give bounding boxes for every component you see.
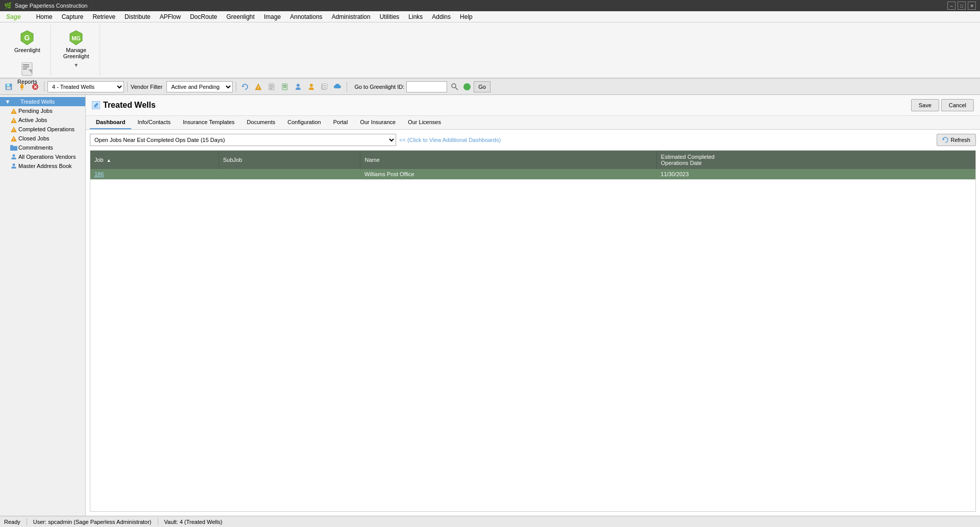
menu-help[interactable]: Help [456,12,477,21]
job-link[interactable]: 186 [94,171,104,177]
sidebar-item-pending-jobs[interactable]: ! Pending Jobs [0,106,85,115]
content-panel: Treated Wells Save Cancel Dashboard Info… [86,95,980,516]
edit-pencil-icon [92,101,100,109]
svg-rect-31 [324,87,326,87]
ribbon-manage-greenlight-button[interactable]: MG ManageGreenlight [59,28,93,61]
titlebar-controls[interactable]: – □ ✕ [947,2,976,10]
toolbar-separator-2 [127,82,128,92]
warning-active-icon: ! [10,116,17,124]
warning-pending-icon: ! [10,107,17,114]
content-tabs: Dashboard Info/Contacts Insurance Templa… [86,116,980,130]
minimize-button[interactable]: – [947,2,955,10]
tab-documents[interactable]: Documents [241,116,282,129]
restore-button[interactable]: □ [958,2,966,10]
sage-logo-small: 🌿 [4,2,12,9]
svg-point-12 [21,88,23,90]
menu-addins[interactable]: Addins [428,12,455,21]
content-header: Treated Wells Save Cancel [86,95,980,116]
menu-administration[interactable]: Administration [328,12,375,21]
tab-dashboard[interactable]: Dashboard [90,116,131,129]
dashboard-table-container: Job ▲ SubJob Name Estimated CompletedOpe… [90,150,976,512]
bell-button[interactable] [16,81,28,92]
close-button[interactable]: ✕ [968,2,976,10]
table-body: 186 Williams Post Office 11/30/2023 [90,169,975,180]
cloud-icon-button[interactable] [332,81,344,92]
toolbar: ✕ 4 - Treated Wells Vendor Filter Active… [0,79,980,95]
doc1-icon-button[interactable] [266,81,277,92]
sidebar-pending-jobs-label: Pending Jobs [18,108,53,114]
sidebar-item-master-address-book[interactable]: Master Address Book [0,161,85,171]
tab-configuration[interactable]: Configuration [281,116,327,129]
cell-est-completed: 11/30/2023 [656,169,975,180]
go-button[interactable]: Go [474,81,491,92]
col-name[interactable]: Name [360,151,656,169]
svg-text:!: ! [13,110,14,113]
status-indicator [463,83,471,90]
refresh-icon-button[interactable] [239,81,251,92]
menu-image[interactable]: Image [260,12,285,21]
sidebar-item-active-jobs[interactable]: ! Active Jobs [0,115,85,125]
menu-distribute[interactable]: Distribute [120,12,155,21]
svg-text:✕: ✕ [33,84,37,90]
svg-rect-5 [23,68,27,69]
person2-icon-button[interactable] [306,81,317,92]
tab-insurance-templates[interactable]: Insurance Templates [177,116,240,129]
doc3-icon-button[interactable] [319,81,330,92]
tab-portal[interactable]: Portal [327,116,354,129]
col-subjob[interactable]: SubJob [218,151,360,169]
sidebar-item-commitments[interactable]: Commitments [0,143,85,152]
sidebar-item-treated-wells[interactable]: ▼ Treated Wells [0,97,85,106]
svg-text:!: ! [13,137,14,141]
save-toolbar-button[interactable] [3,81,14,92]
tab-info-contacts[interactable]: Info/Contacts [131,116,177,129]
additional-dashboards-link[interactable]: << (Click to View Additional Dashboards) [399,137,501,143]
person1-icon-button[interactable] [292,81,304,92]
tab-our-licenses[interactable]: Our Licenses [402,116,447,129]
search-icon-button[interactable] [449,81,460,92]
sidebar: ▼ Treated Wells ! Pending Jobs ! Active … [0,95,86,516]
menu-greenlight[interactable]: Greenlight [223,12,259,21]
doc2-icon-button[interactable] [279,81,290,92]
greenlight-icon: G [19,30,35,46]
save-button[interactable]: Save [911,99,939,111]
col-job[interactable]: Job ▲ [90,151,218,169]
menu-links[interactable]: Links [404,12,427,21]
titlebar-left: 🌿 Sage Paperless Construction [4,2,87,9]
menu-apflow[interactable]: APFlow [156,12,185,21]
table-row[interactable]: 186 Williams Post Office 11/30/2023 [90,169,975,180]
menu-utilities[interactable]: Utilities [376,12,404,21]
vendor-filter-dropdown[interactable]: Active and Pending All Active Pending [166,81,233,92]
sidebar-active-jobs-label: Active Jobs [18,117,47,123]
user-info: User: spcadmin (Sage Paperless Administr… [33,519,152,525]
sidebar-item-completed-ops[interactable]: ! Completed Operations [0,125,85,134]
menu-home[interactable]: Home [32,12,57,21]
statusbar: Ready User: spcadmin (Sage Paperless Adm… [0,516,980,527]
svg-rect-24 [283,85,286,86]
refresh-button[interactable]: Refresh [937,134,976,146]
ribbon-greenlight-button[interactable]: G Greenlight [10,28,44,55]
folder-commitments-icon [10,144,17,151]
close-toolbar-button[interactable]: ✕ [30,81,41,92]
tab-our-insurance[interactable]: Our Insurance [354,116,402,129]
menu-docroute[interactable]: DocRoute [186,12,221,21]
dashboard-controls: Open Jobs Near Est Completed Ops Date (1… [90,134,976,146]
titlebar: 🌿 Sage Paperless Construction – □ ✕ [0,0,980,11]
vault-selector[interactable]: 4 - Treated Wells [47,81,124,92]
cancel-button[interactable]: Cancel [941,99,974,111]
warning-icon-button[interactable]: ! [253,81,264,92]
col-est-completed[interactable]: Estimated CompletedOperations Date [656,151,975,169]
warning-completed-icon: ! [10,126,17,133]
menu-retrieve[interactable]: Retrieve [88,12,119,21]
menu-annotations[interactable]: Annotations [286,12,326,21]
sidebar-item-closed-jobs[interactable]: ! Closed Jobs [0,134,85,143]
menu-capture[interactable]: Capture [58,12,88,21]
refresh-icon [942,137,948,143]
dashboard-table: Job ▲ SubJob Name Estimated CompletedOpe… [90,151,975,180]
manage-dropdown-arrow[interactable]: ▼ [74,62,79,68]
goto-input[interactable] [406,81,447,92]
dashboard-view-selector[interactable]: Open Jobs Near Est Completed Ops Date (1… [90,134,396,146]
statusbar-sep-1 [27,518,27,525]
goto-label: Go to Greenlight ID: [354,84,404,90]
sidebar-item-all-ops-vendors[interactable]: All Operations Vendors [0,152,85,161]
toolbar-separator-3 [236,82,236,92]
